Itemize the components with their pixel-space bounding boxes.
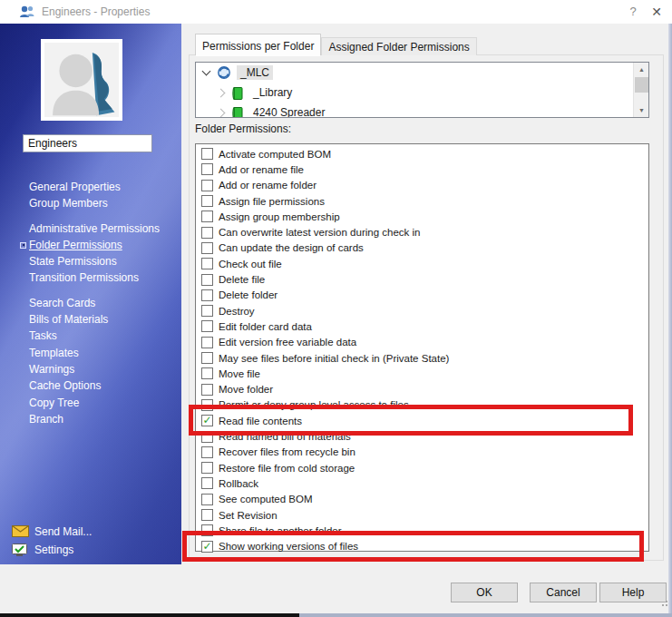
sidebar-item-label: Tasks — [29, 329, 57, 342]
checkbox-share-file-to-another-folder[interactable] — [201, 524, 213, 536]
checkbox-show-working-versions-of-files[interactable]: ✓ — [201, 541, 213, 553]
checkbox-permit-or-deny-group-level-access-to-files[interactable] — [201, 399, 213, 411]
checkbox-edit-version-free-variable-data[interactable] — [201, 337, 213, 348]
tree-item-library[interactable]: _Library — [196, 83, 648, 103]
permission-row: Read named bill of materials — [196, 428, 648, 444]
sidebar-item-label: Branch — [29, 413, 63, 426]
checkbox-read-file-contents[interactable]: ✓ — [201, 415, 213, 426]
sidebar-action-label: Settings — [34, 544, 73, 556]
checkbox-see-computed-bom[interactable] — [201, 494, 213, 505]
close-button[interactable]: ✕ — [643, 0, 670, 24]
help-button[interactable]: Help — [599, 583, 667, 602]
permission-row: Move folder — [196, 382, 648, 397]
permissions-list: Activate computed BOMAdd or rename fileA… — [195, 143, 649, 552]
sidebar-item-label: Transition Permissions — [29, 271, 139, 284]
window-bottom-edge-light — [299, 613, 672, 617]
sidebar-item-label: Bills of Materials — [29, 313, 108, 326]
tab-permissions-per-folder[interactable]: Permissions per Folder — [195, 34, 321, 55]
checkbox-can-update-the-design-of-cards[interactable] — [201, 242, 213, 254]
permission-label: Recover files from recycle bin — [219, 446, 355, 457]
permission-label: Edit folder card data — [219, 321, 312, 332]
sidebar-item-transition-permissions[interactable]: Transition Permissions — [0, 269, 181, 286]
checkbox-delete-file[interactable] — [201, 274, 213, 286]
sidebar-item-general-properties[interactable]: General Properties — [0, 179, 181, 195]
nav-group: Search CardsBills of MaterialsTasksTempl… — [0, 295, 181, 427]
sidebar-item-folder-permissions[interactable]: Folder Permissions — [0, 237, 181, 253]
permission-label: See computed BOM — [219, 494, 313, 504]
permission-row: ✓Show working versions of files — [196, 539, 648, 554]
permission-label: Delete file — [219, 274, 265, 285]
chevron-right-icon[interactable] — [217, 108, 226, 117]
checkbox-move-file[interactable] — [201, 367, 213, 379]
checkbox-read-named-bill-of-materials[interactable] — [201, 431, 213, 443]
checkbox-check-out-file[interactable] — [201, 258, 213, 269]
checkbox-may-see-files-before-initial-check-in-private-state[interactable] — [201, 352, 213, 364]
permission-label: Permit or deny group level access to fil… — [219, 399, 409, 410]
checkbox-delete-folder[interactable] — [201, 289, 213, 301]
active-item-bullet-icon — [20, 242, 26, 249]
permission-row: Can update the design of cards — [196, 240, 648, 256]
sidebar-action-label: Send Mail... — [34, 525, 92, 538]
sidebar-action-settings[interactable]: Settings — [0, 542, 181, 558]
checkbox-add-or-rename-folder[interactable] — [201, 180, 213, 191]
permission-label: May see files before initial check in (P… — [219, 353, 449, 364]
tree-item-label: _MLC — [237, 65, 273, 80]
resize-grip-icon[interactable] — [658, 597, 667, 606]
sidebar-item-tasks[interactable]: Tasks — [0, 328, 181, 344]
sidebar-item-state-permissions[interactable]: State Permissions — [0, 253, 181, 269]
tab-assigned-folder-permissions[interactable]: Assigned Folder Permissions — [321, 37, 476, 55]
permission-label: Rollback — [219, 478, 258, 489]
sidebar-action-send-mail[interactable]: Send Mail... — [0, 524, 181, 540]
checkbox-activate-computed-bom[interactable] — [201, 148, 213, 160]
scroll-up-icon[interactable]: ▲ — [634, 63, 649, 76]
checkbox-assign-group-membership[interactable] — [201, 211, 213, 222]
sidebar-item-cache-options[interactable]: Cache Options — [0, 377, 181, 394]
checkbox-set-revision[interactable] — [201, 509, 213, 521]
permission-label: Add or rename file — [219, 164, 304, 175]
sidebar-item-copy-tree[interactable]: Copy Tree — [0, 395, 181, 411]
cancel-button[interactable]: Cancel — [530, 583, 597, 602]
permission-row: Share file to another folder — [196, 523, 648, 538]
checkbox-edit-folder-card-data[interactable] — [201, 320, 213, 332]
sidebar-item-group-members[interactable]: Group Members — [0, 195, 181, 211]
permission-row: Edit folder card data — [196, 318, 648, 334]
permission-label: Can update the design of cards — [219, 242, 364, 253]
permission-label: Add or rename folder — [219, 180, 317, 191]
sidebar-item-warnings[interactable]: Warnings — [0, 361, 181, 377]
checkbox-can-overwrite-latest-version-during-check-in[interactable] — [201, 227, 213, 239]
tree-item-4240-spreader[interactable]: 4240 Spreader — [196, 103, 648, 118]
sidebar-item-label: Search Cards — [29, 297, 95, 309]
permission-label: Edit version free variable data — [219, 337, 356, 348]
permission-label: Set Revision — [219, 510, 278, 521]
chevron-down-icon[interactable] — [202, 67, 211, 76]
checkbox-recover-files-from-recycle-bin[interactable] — [201, 446, 213, 458]
sidebar-item-label: Group Members — [29, 197, 108, 210]
checkbox-add-or-rename-file[interactable] — [201, 163, 213, 175]
checkbox-assign-file-permissions[interactable] — [201, 195, 213, 207]
tree-item-mlc[interactable]: _MLC — [196, 63, 648, 83]
sidebar-item-administrative-permissions[interactable]: Administrative Permissions — [0, 220, 181, 237]
permission-row: Destroy — [196, 303, 648, 318]
checkbox-restore-file-from-cold-storage[interactable] — [201, 462, 213, 474]
ok-button[interactable]: OK — [451, 583, 518, 602]
sidebar-item-search-cards[interactable]: Search Cards — [0, 295, 181, 311]
folder-icon — [231, 106, 244, 119]
properties-dialog: Engineers - Properties ? ✕ General Prope… — [0, 0, 672, 617]
permission-row: ✓Read file contents — [196, 413, 648, 428]
group-name-input[interactable] — [23, 134, 152, 152]
checkbox-move-folder[interactable] — [201, 384, 213, 396]
sidebar-nav: General PropertiesGroup MembersAdministr… — [0, 179, 181, 436]
chevron-right-icon[interactable] — [217, 88, 226, 97]
tab-bar: Permissions per FolderAssigned Folder Pe… — [195, 34, 477, 55]
sidebar-item-bills-of-materials[interactable]: Bills of Materials — [0, 311, 181, 328]
permission-label: Check out file — [219, 259, 282, 269]
sidebar-item-branch[interactable]: Branch — [0, 411, 181, 427]
tree-scrollbar[interactable]: ▲ ▼ — [633, 63, 648, 117]
scrollbar-thumb[interactable] — [635, 77, 648, 93]
permission-label: Restore file from cold storage — [219, 463, 355, 474]
permission-label: Move file — [219, 368, 260, 379]
sidebar-item-templates[interactable]: Templates — [0, 345, 181, 361]
checkbox-destroy[interactable] — [201, 305, 213, 317]
checkbox-rollback[interactable] — [201, 477, 213, 489]
scroll-down-icon[interactable]: ▼ — [634, 103, 649, 117]
